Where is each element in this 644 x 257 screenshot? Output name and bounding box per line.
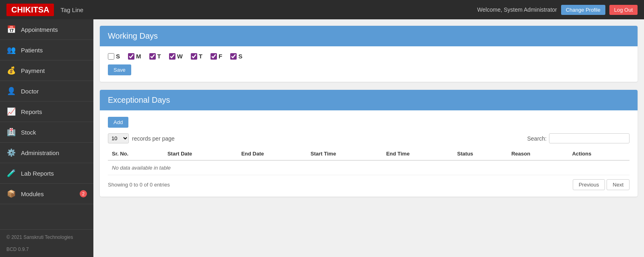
add-button[interactable]: Add [108,117,128,128]
days-row: S M T W T F S [108,53,630,60]
sidebar-item-label: Payment [21,67,45,74]
table-column-header: Start Time [307,147,382,160]
tagline: Tag Line [60,6,83,13]
table-controls: 10 25 50 100 records per page Search: [108,133,630,143]
day-item-M: M [128,53,141,60]
topbar-left: CHIKITSA Tag Line [6,4,83,16]
day-checkbox-T[interactable] [149,53,156,60]
working-days-header: Working Days [100,26,638,46]
patients-icon: 👥 [6,46,16,54]
previous-button[interactable]: Previous [573,179,605,190]
table-head: Sr. No.Start DateEnd DateStart TimeEnd T… [108,147,630,160]
day-label-W: W [177,53,183,60]
day-label-T: T [199,53,202,60]
save-button[interactable]: Save [108,64,131,75]
search-input[interactable] [549,133,630,143]
sidebar-item-doctor[interactable]: 👤 Doctor [0,81,93,102]
sidebar-item-stock[interactable]: 🏥 Stock [0,122,93,143]
administration-icon: ⚙️ [6,148,16,157]
day-checkbox-M[interactable] [128,53,134,60]
sidebar-badge-modules: 2 [80,190,87,197]
sidebar-item-label: Modules [21,191,44,197]
day-checkbox-T[interactable] [191,53,197,60]
day-checkbox-F[interactable] [211,53,217,60]
table-column-header: Actions [568,147,630,160]
table-body: No data available in table [108,160,630,175]
exceptional-days-header: Exceptional Days [100,90,638,110]
table-column-header: Reason [507,147,568,160]
day-item-S: S [230,53,242,60]
topbar: CHIKITSA Tag Line Welcome, System Admini… [0,0,644,19]
modules-icon: 📦 [6,189,16,198]
appointments-icon: 📅 [6,25,16,34]
day-item-S: S [108,53,120,60]
sidebar-item-label: Patients [21,47,43,54]
sidebar-item-lab-reports[interactable]: 🧪 Lab Reports [0,163,93,184]
day-checkbox-S[interactable] [230,53,237,60]
sidebar-item-appointments[interactable]: 📅 Appointments [0,19,93,40]
change-profile-button[interactable]: Change Profile [561,5,605,15]
records-per-page-label: records per page [132,135,175,142]
scroll-area: Sr. No.Start DateEnd DateStart TimeEnd T… [108,147,630,175]
exceptional-days-body: Add 10 25 50 100 records per page Search… [100,110,638,197]
exceptional-days-table: Sr. No.Start DateEnd DateStart TimeEnd T… [108,147,630,175]
table-column-header: End Time [382,147,453,160]
reports-icon: 📈 [6,107,16,116]
records-per-page-select[interactable]: 10 25 50 100 [108,133,129,143]
day-item-T: T [191,53,202,60]
search-box: Search: [527,133,630,143]
sidebar: 📅 Appointments 👥 Patients 💰 Payment 👤 Do… [0,19,93,257]
main-content: Working Days S M T W T F S Save [93,19,644,257]
sidebar-footer: © 2021 Sanskruti Technologies [0,229,93,245]
sidebar-item-label: Lab Reports [21,170,54,177]
working-days-section: Working Days S M T W T F S Save [100,26,638,82]
layout: 📅 Appointments 👥 Patients 💰 Payment 👤 Do… [0,19,644,257]
stock-icon: 🏥 [6,128,16,137]
sidebar-item-patients[interactable]: 👥 Patients [0,40,93,60]
table-column-header: Sr. No. [108,147,163,160]
sidebar-item-label: Administration [21,149,59,156]
lab-reports-icon: 🧪 [6,169,16,178]
sidebar-item-administration[interactable]: ⚙️ Administration [0,143,93,163]
day-item-F: F [211,53,222,60]
sidebar-item-label: Appointments [21,26,58,33]
sidebar-version: BCD 0.9.7 [0,245,93,257]
no-data-message: No data available in table [108,160,630,175]
doctor-icon: 👤 [6,87,16,95]
topbar-right: Welcome, System Administrator Change Pro… [477,5,638,15]
day-label-F: F [219,53,222,60]
next-button[interactable]: Next [607,179,630,190]
day-label-T: T [157,53,161,60]
pagination-buttons: Previous Next [573,179,630,190]
logo: CHIKITSA [6,4,54,16]
sidebar-item-reports[interactable]: 📈 Reports [0,102,93,122]
table-column-header: End Date [237,147,306,160]
table-column-header: Status [453,147,508,160]
day-item-W: W [169,53,183,60]
day-checkbox-S[interactable] [108,53,114,60]
day-label-S: S [238,53,242,60]
sidebar-item-label: Doctor [21,88,39,95]
working-days-body: S M T W T F S Save [100,46,638,82]
search-label: Search: [527,135,547,142]
table-column-header: Start Date [163,147,237,160]
day-label-M: M [136,53,141,60]
pagination-row: Showing 0 to 0 of 0 entries Previous Nex… [108,179,630,190]
payment-icon: 💰 [6,66,16,75]
day-label-S: S [116,53,120,60]
sidebar-items: 📅 Appointments 👥 Patients 💰 Payment 👤 Do… [0,19,93,204]
sidebar-item-label: Stock [21,129,36,136]
showing-text: Showing 0 to 0 of 0 entries [108,182,170,188]
day-item-T: T [149,53,161,60]
sidebar-item-modules[interactable]: 📦 Modules 2 [0,184,93,204]
logout-button[interactable]: Log Out [609,5,638,15]
day-checkbox-W[interactable] [169,53,175,60]
welcome-text: Welcome, System Administrator [477,6,557,13]
sidebar-item-payment[interactable]: 💰 Payment [0,60,93,81]
exceptional-days-section: Exceptional Days Add 10 25 50 100 record… [100,90,638,197]
sidebar-item-label: Reports [21,108,42,115]
records-per-page: 10 25 50 100 records per page [108,133,175,143]
